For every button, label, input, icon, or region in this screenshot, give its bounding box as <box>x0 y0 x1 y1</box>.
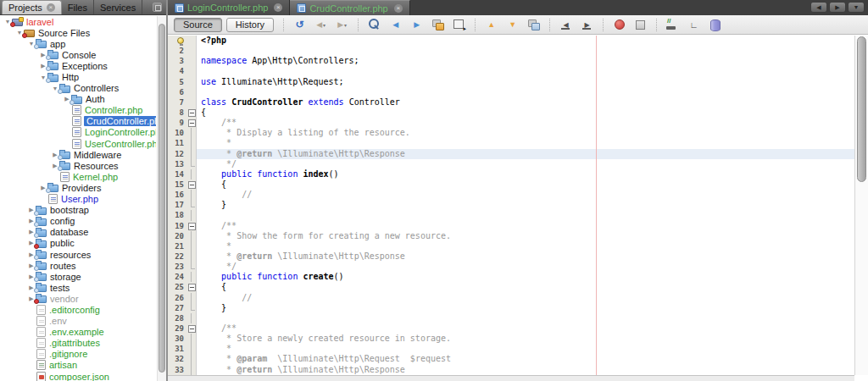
tree-item-env-example[interactable]: .env.example <box>0 327 156 338</box>
history-view-button[interactable]: History <box>226 18 274 32</box>
tree-item-kernel-php[interactable]: Kernel.php <box>0 171 156 182</box>
tree-item-auth[interactable]: ▶Auth <box>0 94 156 105</box>
code-line-25[interactable]: 25 { <box>168 282 854 292</box>
tree-item-user-php[interactable]: User.php <box>0 194 156 205</box>
code-line-26[interactable]: 26 // <box>168 293 854 303</box>
tree-item-controllers[interactable]: ▼Controllers <box>0 83 156 94</box>
tree-item-editorconfig[interactable]: .editorconfig <box>0 304 156 315</box>
panel-tab-files[interactable]: Files <box>62 0 94 14</box>
tree-item-gitattributes[interactable]: .gitattributes <box>0 338 156 349</box>
tree-item-artisan[interactable]: artisan <box>0 360 156 371</box>
database-icon[interactable] <box>707 17 723 32</box>
code-fold-toggle-icon[interactable] <box>186 108 197 118</box>
tree-item-bootstrap[interactable]: ▶bootstrap <box>0 205 156 216</box>
code-line-32[interactable]: 32 * @param \Illuminate\Http\Request $re… <box>168 354 854 364</box>
close-icon[interactable]: × <box>274 3 282 12</box>
code-line-1[interactable]: <?php <box>168 36 854 46</box>
code-line-11[interactable]: 11 * <box>168 138 854 148</box>
tree-item-controller-php[interactable]: Controller.php <box>0 105 156 116</box>
close-icon[interactable]: × <box>47 3 55 12</box>
code-line-22[interactable]: 22 * @return \Illuminate\Http\Response <box>168 251 854 262</box>
tree-item-app[interactable]: ▼app <box>0 38 156 49</box>
code-fold-toggle-icon[interactable] <box>186 179 197 190</box>
tree-item-vendor[interactable]: ▶vendor <box>0 293 156 304</box>
uncomment-icon[interactable]: ∟ <box>686 17 702 32</box>
editor-tab-crudcontroller-php[interactable]: CrudController.php× <box>290 0 409 15</box>
dropdown-caret-icon[interactable]: ▾ <box>344 22 347 28</box>
toggle-bookmark-icon[interactable] <box>526 17 542 32</box>
code-line-23[interactable]: 23 */ <box>168 262 854 272</box>
find-next-occurrence-icon[interactable]: ▶ <box>409 17 425 32</box>
dropdown-caret-icon[interactable]: ▾ <box>323 22 326 28</box>
tree-item-laravel[interactable]: ▼laravel <box>0 16 156 27</box>
back-icon[interactable]: ◀▾ <box>313 17 329 32</box>
tree-item-tests[interactable]: ▶tests <box>0 282 156 293</box>
next-bookmark-icon[interactable]: ▼ <box>504 17 520 32</box>
editor-scrollbar-thumb[interactable] <box>857 36 866 182</box>
scroll-tabs-right-icon[interactable]: ▶ <box>829 2 846 13</box>
tree-item-gitignore[interactable]: .gitignore <box>0 349 156 360</box>
tree-item-logincontroller-php[interactable]: LoginController.php <box>0 127 156 138</box>
code-line-8[interactable]: 8{ <box>168 108 854 118</box>
code-line-21[interactable]: 21 * <box>168 241 854 251</box>
code-line-27[interactable]: 27 } <box>168 303 854 313</box>
tree-scrollbar[interactable] <box>157 16 166 381</box>
code-fold-toggle-icon[interactable] <box>186 323 197 334</box>
code-line-18[interactable]: 18 <box>168 210 854 220</box>
minimize-panel-button[interactable] <box>153 3 162 12</box>
start-macro-recording-icon[interactable] <box>611 17 627 32</box>
code-line-13[interactable]: 13 */ <box>168 159 854 169</box>
code-line-3[interactable]: 3namespace App\Http\Controllers; <box>168 56 854 66</box>
tree-item-routes[interactable]: ▶routes <box>0 260 156 271</box>
code-line-20[interactable]: 20 * Show the form for creating a new re… <box>168 231 854 241</box>
code-line-30[interactable]: 30 * Store a newly created resource in s… <box>168 334 854 344</box>
tab-list-dropdown-icon[interactable]: ▼ <box>848 2 865 13</box>
shift-line-right-icon[interactable]: ▶ <box>579 17 595 32</box>
code-line-24[interactable]: 24 public function create() <box>168 272 854 282</box>
rectangular-selection-icon[interactable] <box>451 17 467 32</box>
find-selection-icon[interactable] <box>366 17 382 32</box>
tree-item-exceptions[interactable]: ▶Exceptions <box>0 60 156 71</box>
code-line-5[interactable]: 5use Illuminate\Http\Request; <box>168 77 854 87</box>
forward-icon[interactable]: ▶▾ <box>334 17 350 32</box>
code-line-16[interactable]: 16 // <box>168 190 854 200</box>
tree-item-providers[interactable]: ▶Providers <box>0 182 156 193</box>
tree-item-crudcontroller-php[interactable]: CrudController.php <box>0 116 156 127</box>
tree-item-public[interactable]: ▶public <box>0 238 156 249</box>
toggle-highlight-search-icon[interactable] <box>430 17 446 32</box>
tree-item-composer-json[interactable]: composer.json <box>0 371 156 381</box>
tree-item-storage[interactable]: ▶storage <box>0 271 156 282</box>
last-edit-position-icon[interactable]: ↺ <box>292 17 308 32</box>
code-line-14[interactable]: 14 public function index() <box>168 169 854 179</box>
tree-item-middleware[interactable]: ▶Middleware <box>0 149 156 160</box>
find-previous-occurrence-icon[interactable]: ◀ <box>387 17 403 32</box>
panel-tab-services[interactable]: Services <box>94 0 142 14</box>
code-line-4[interactable]: 4 <box>168 66 854 76</box>
code-line-2[interactable]: 2 <box>168 46 854 56</box>
stop-macro-recording-icon[interactable] <box>632 17 648 32</box>
tree-item-resources[interactable]: ▶resources <box>0 249 156 260</box>
tree-item-database[interactable]: ▶database <box>0 227 156 238</box>
code-line-6[interactable]: 6 <box>168 87 854 97</box>
code-editor[interactable]: <?php23namespace App\Http\Controllers;45… <box>168 36 854 375</box>
code-line-12[interactable]: 12 * @return \Illuminate\Http\Response <box>168 149 854 159</box>
code-line-31[interactable]: 31 * <box>168 344 854 354</box>
editor-vertical-scrollbar[interactable] <box>854 36 868 375</box>
editor-horizontal-scrollbar[interactable] <box>168 375 854 381</box>
code-line-19[interactable]: 19 /** <box>168 221 854 231</box>
previous-bookmark-icon[interactable]: ▲ <box>483 17 499 32</box>
tree-item-source-files[interactable]: ▼Source Files <box>0 27 156 38</box>
code-line-33[interactable]: 33 * @return \Illuminate\Http\Response <box>168 365 854 375</box>
code-line-29[interactable]: 29 /** <box>168 323 854 334</box>
source-view-button[interactable]: Source <box>174 18 222 32</box>
shift-line-left-icon[interactable]: ◀ <box>558 17 574 32</box>
scroll-tabs-left-icon[interactable]: ◀ <box>810 2 827 13</box>
hint-bulb-icon[interactable] <box>177 37 184 44</box>
tree-scrollbar-thumb[interactable] <box>159 24 165 373</box>
tree-item-resources[interactable]: ▶Resources <box>0 160 156 171</box>
code-line-15[interactable]: 15 { <box>168 179 854 190</box>
comment-icon[interactable] <box>665 17 681 32</box>
tree-item-config[interactable]: ▶config <box>0 216 156 227</box>
code-fold-toggle-icon[interactable] <box>186 118 197 128</box>
tree-item-http[interactable]: ▼Http <box>0 71 156 82</box>
